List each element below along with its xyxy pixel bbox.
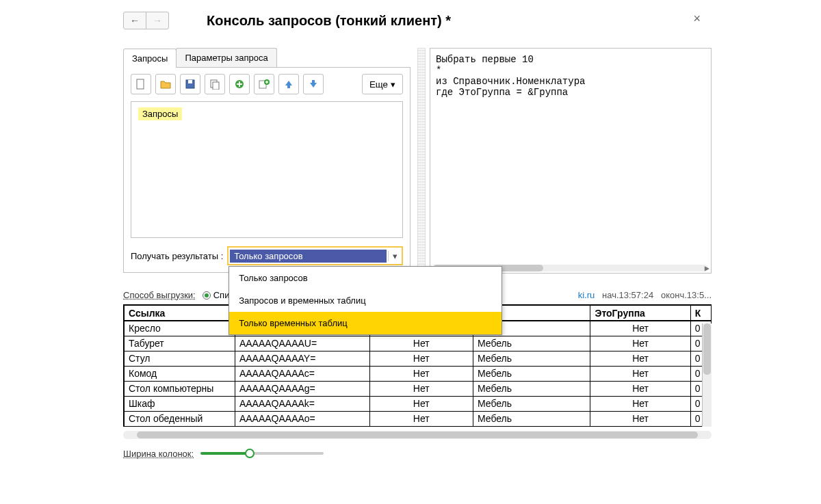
- query-tree[interactable]: Запросы: [131, 101, 403, 238]
- column-header-isgroup[interactable]: ЭтоГруппа: [590, 306, 690, 321]
- table-row[interactable]: ТабуретAAAAAQAAAAU=НетМебельНет0: [125, 336, 712, 351]
- table-row[interactable]: КомодAAAAAQAAAAc=НетМебельНет0: [125, 366, 712, 381]
- svg-rect-0: [137, 79, 144, 89]
- dropdown-option-temp-only[interactable]: Только временных таблиц: [229, 312, 501, 334]
- tree-root-item[interactable]: Запросы: [138, 107, 182, 120]
- svg-rect-4: [213, 82, 219, 90]
- tab-query-params[interactable]: Параметры запроса: [176, 48, 276, 67]
- start-time: 13:57:24: [619, 290, 654, 300]
- column-width-slider[interactable]: [200, 452, 324, 455]
- add-icon[interactable]: [229, 74, 250, 94]
- start-label: нач.: [602, 290, 619, 300]
- copy-icon[interactable]: [205, 74, 225, 94]
- table-vertical-scrollbar[interactable]: [702, 323, 712, 427]
- table-cell-parent: Мебель: [473, 351, 590, 366]
- table-cell-parent: Мебель: [473, 366, 590, 381]
- table-cell-parent: Мебель: [473, 336, 590, 351]
- table-cell-ver: AAAAAQAAAAo=: [235, 411, 369, 426]
- query-code-text: Выбрать первые 10 * из Справочник.Номенк…: [436, 54, 585, 98]
- svg-rect-2: [188, 80, 192, 83]
- nav-back-button[interactable]: ←: [123, 12, 146, 29]
- column-width-label: Ширина колонок:: [123, 449, 194, 459]
- table-cell-grp: Нет: [590, 411, 690, 426]
- query-code-editor[interactable]: Выбрать первые 10 * из Справочник.Номенк…: [430, 48, 712, 274]
- table-horizontal-scrollbar[interactable]: [123, 431, 712, 439]
- column-header-code[interactable]: К: [690, 306, 711, 321]
- dropdown-option-queries-only[interactable]: Только запросов: [229, 267, 501, 289]
- add-child-icon[interactable]: [254, 74, 274, 94]
- table-cell-ver: AAAAAQAAAAY=: [235, 351, 369, 366]
- table-cell-parent: Мебель: [473, 396, 590, 411]
- table-cell-ref: Кресло: [125, 321, 235, 336]
- slider-knob[interactable]: [245, 449, 255, 458]
- table-cell-del: Нет: [369, 396, 473, 411]
- window-title: Консоль запросов (тонкий клиент) *: [207, 13, 451, 29]
- column-header-ref[interactable]: Ссылка: [125, 306, 235, 321]
- table-cell-del: Нет: [369, 336, 473, 351]
- chevron-down-icon: ▾: [391, 79, 395, 90]
- table-cell-ver: AAAAAQAAAAU=: [235, 336, 369, 351]
- table-cell-grp: Нет: [590, 366, 690, 381]
- table-cell-parent: Мебель: [473, 381, 590, 396]
- table-cell-ref: Комод: [125, 366, 235, 381]
- table-cell-del: Нет: [369, 351, 473, 366]
- results-mode-value: Только запросов: [230, 250, 387, 263]
- export-mode-label: Способ выгрузки:: [123, 290, 196, 300]
- open-icon[interactable]: [155, 74, 176, 94]
- table-cell-ref: Стол компьютерны: [125, 381, 235, 396]
- site-link[interactable]: ki.ru: [578, 290, 595, 300]
- table-cell-grp: Нет: [590, 351, 690, 366]
- results-mode-combobox[interactable]: Только запросов ▾ Только запросов Запрос…: [227, 246, 403, 265]
- new-icon[interactable]: [131, 74, 151, 94]
- table-cell-ref: Табурет: [125, 336, 235, 351]
- table-cell-ver: AAAAAQAAAAc=: [235, 366, 369, 381]
- table-cell-ver: AAAAAQAAAAk=: [235, 396, 369, 411]
- results-mode-dropdown: Только запросов Запросов и временных таб…: [229, 266, 502, 335]
- table-cell-del: Нет: [369, 411, 473, 426]
- dropdown-option-queries-and-temp[interactable]: Запросов и временных таблиц: [229, 289, 501, 312]
- table-cell-ref: Стол обеденный: [125, 411, 235, 426]
- table-row[interactable]: Стол компьютерныAAAAAQAAAAg=НетМебельНет…: [125, 381, 712, 396]
- more-button[interactable]: Еще ▾: [362, 74, 403, 94]
- save-icon[interactable]: [180, 74, 200, 94]
- table-cell-grp: Нет: [590, 381, 690, 396]
- table-cell-del: Нет: [369, 366, 473, 381]
- table-cell-ref: Шкаф: [125, 396, 235, 411]
- end-label: оконч.: [661, 290, 687, 300]
- more-label: Еще: [369, 79, 388, 90]
- table-row[interactable]: ШкафAAAAAQAAAAk=НетМебельНет0: [125, 396, 712, 411]
- table-cell-ref: Стул: [125, 351, 235, 366]
- table-cell-grp: Нет: [590, 336, 690, 351]
- table-cell-grp: Нет: [590, 396, 690, 411]
- results-mode-label: Получать результаты :: [131, 251, 223, 261]
- combo-dropdown-icon[interactable]: ▾: [388, 251, 402, 261]
- table-row[interactable]: Стол обеденныйAAAAAQAAAAo=НетМебельНет0: [125, 411, 712, 426]
- end-time: 13:5...: [687, 290, 712, 300]
- table-row[interactable]: СтулAAAAAQAAAAY=НетМебельНет0: [125, 351, 712, 366]
- tab-queries[interactable]: Запросы: [123, 49, 177, 68]
- table-cell-parent: Мебель: [473, 411, 590, 426]
- radio-checked-icon: [203, 291, 211, 300]
- splitter-handle[interactable]: [417, 48, 426, 274]
- table-cell-del: Нет: [369, 381, 473, 396]
- down-arrow-icon[interactable]: [303, 74, 324, 94]
- table-cell-ver: AAAAAQAAAAg=: [235, 381, 369, 396]
- table-cell-grp: Нет: [590, 321, 690, 336]
- close-button[interactable]: ×: [689, 11, 705, 27]
- nav-forward-button[interactable]: →: [146, 12, 169, 29]
- up-arrow-icon[interactable]: [278, 74, 299, 94]
